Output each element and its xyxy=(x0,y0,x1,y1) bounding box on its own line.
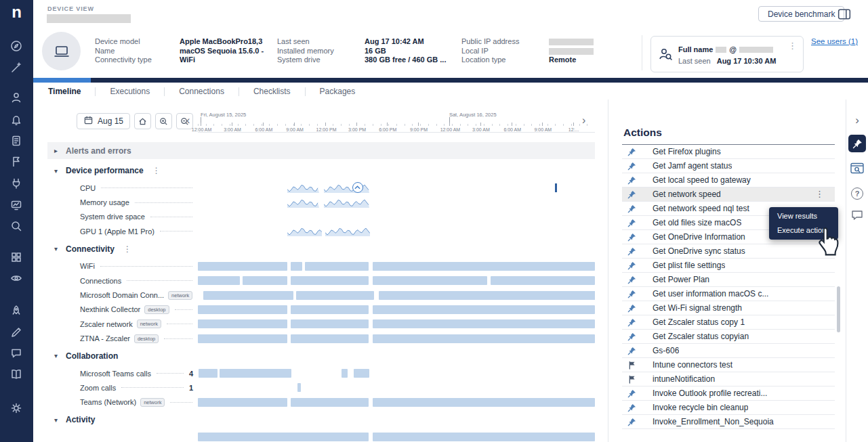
actions-scrollbar-thumb[interactable] xyxy=(837,286,840,332)
row-badge: desktop xyxy=(144,305,169,314)
zoom-in-button[interactable] xyxy=(155,113,172,129)
chevron-right-icon[interactable]: ▸ xyxy=(54,147,66,154)
section-title: Activity xyxy=(66,415,95,424)
timeline-chart xyxy=(198,334,595,344)
content-pen-icon[interactable] xyxy=(9,326,23,339)
tick-mark xyxy=(356,123,357,126)
section-menu-icon[interactable]: ⋮ xyxy=(123,244,131,254)
action-label: Gs-606 xyxy=(653,346,679,355)
cursor-hand-icon xyxy=(815,225,844,261)
chevron-down-icon[interactable]: ▾ xyxy=(54,167,66,175)
timeline-row-label: Connections xyxy=(80,277,121,285)
remote-action-pin-icon xyxy=(627,332,636,341)
integrations-plug-icon[interactable] xyxy=(9,177,23,190)
action-item[interactable]: Get Zscaler status copyian xyxy=(622,330,835,344)
context-menu-item-view-results[interactable]: View results xyxy=(769,209,838,223)
tab-checklists[interactable]: Checklists xyxy=(239,87,305,96)
panel-collapse-icon[interactable]: › xyxy=(855,114,859,126)
home-button[interactable] xyxy=(134,113,151,129)
remote-actions-tool-icon[interactable] xyxy=(848,135,866,152)
action-item[interactable]: Intune connectors test xyxy=(622,358,835,372)
milestones-flag-icon[interactable] xyxy=(9,155,23,169)
tab-packages[interactable]: Packages xyxy=(305,87,370,96)
action-item[interactable]: Get network speed⋮ xyxy=(622,187,835,202)
action-label: intuneNotification xyxy=(653,374,715,384)
action-item[interactable]: Get plist file settings xyxy=(622,259,835,273)
activity-bar-segment xyxy=(199,369,218,378)
actions-wand-icon[interactable] xyxy=(9,61,23,74)
support-chat-icon[interactable] xyxy=(9,347,23,360)
tick-label: 3:00 PM xyxy=(348,127,366,132)
chevron-down-icon[interactable]: ▾ xyxy=(54,245,66,252)
action-item[interactable]: Get Power Plan xyxy=(622,273,835,287)
action-item[interactable]: Get Jamf agent status xyxy=(622,159,835,173)
library-book-icon[interactable] xyxy=(9,368,23,381)
timeline-row: GPU 1 (Apple M1 Pro) xyxy=(47,224,595,238)
chevron-down-icon[interactable]: ▾ xyxy=(54,352,66,359)
panel-toggle-icon[interactable] xyxy=(838,7,851,21)
section-performance-header[interactable]: ▾Device performance⋮ xyxy=(47,160,595,181)
timeline-row-label: Teams (Network) xyxy=(80,398,136,406)
action-item[interactable]: Invoke Outlook profile recreati... xyxy=(622,386,835,401)
action-item[interactable]: Get user information macOS c... xyxy=(622,287,835,301)
action-item[interactable]: Get OneDrive sync status xyxy=(622,244,835,259)
device-view-tool-icon[interactable] xyxy=(850,161,865,179)
action-menu-icon[interactable]: ⋮ xyxy=(815,189,824,199)
section-connectivity-header[interactable]: ▾Connectivity⋮ xyxy=(47,239,595,259)
date-picker-button[interactable]: Aug 15 xyxy=(77,113,130,129)
remote-action-pin-icon xyxy=(627,247,636,256)
device-benchmark-button[interactable]: Device benchmark xyxy=(758,6,844,22)
feedback-chat-icon[interactable] xyxy=(850,208,864,225)
remote-action-pin-icon xyxy=(627,347,636,355)
action-item[interactable]: Get local speed to gateway xyxy=(622,173,835,187)
apps-grid-icon[interactable] xyxy=(9,250,23,264)
tab-connections[interactable]: Connections xyxy=(164,87,239,96)
action-item[interactable]: intuneNotification xyxy=(622,372,835,386)
timeline-row-label: WiFi xyxy=(80,262,95,270)
section-activity-header[interactable]: ▾Activity xyxy=(47,410,595,430)
visibility-eye-icon[interactable] xyxy=(9,271,23,285)
timeline-row: Memory usage xyxy=(47,195,595,209)
actions-panel-title: Actions xyxy=(623,127,662,139)
action-item[interactable]: Gs-606 xyxy=(622,344,835,358)
redacted-user-domain xyxy=(739,47,773,53)
section-collaboration-header[interactable]: ▾Collaboration xyxy=(47,346,595,366)
tab-executions[interactable]: Executions xyxy=(95,87,164,96)
campaigns-doc-icon[interactable] xyxy=(9,134,23,148)
remote-actions-rocket-icon[interactable] xyxy=(9,304,23,317)
tab-strip: TimelineExecutionsConnectionsChecklistsP… xyxy=(33,78,868,100)
action-item[interactable]: Get Wi-Fi signal strength xyxy=(622,301,835,315)
chevron-down-icon[interactable]: ▾ xyxy=(54,416,66,424)
alerts-bell-icon[interactable] xyxy=(9,112,23,126)
investigate-compass-icon[interactable] xyxy=(9,39,23,53)
timeline-row-label: System drive space xyxy=(80,213,145,221)
action-item[interactable]: Get Zscaler status copy 1 xyxy=(622,315,835,330)
persona-icon[interactable] xyxy=(9,91,23,104)
help-icon[interactable]: ? xyxy=(851,187,863,200)
section-menu-icon[interactable]: ⋮ xyxy=(152,166,161,175)
section-alerts-header[interactable]: ▸Alerts and errors xyxy=(47,142,595,159)
timeline-row-label: Microsoft Domain Conn... xyxy=(80,291,164,299)
timeline-chart xyxy=(198,397,595,407)
tick-label: 9:00 AM xyxy=(286,127,304,132)
settings-gear-icon[interactable] xyxy=(9,401,23,415)
event-marker-icon[interactable] xyxy=(352,182,363,193)
monitoring-chart-icon[interactable] xyxy=(9,198,23,212)
zoom-out-button[interactable] xyxy=(176,113,193,129)
search-magnifier-icon[interactable] xyxy=(9,219,23,233)
remote-action-pin-icon xyxy=(627,418,636,426)
tab-timeline[interactable]: Timeline xyxy=(48,87,95,96)
user-card[interactable]: Full name @ Last seen Aug 17 10:30 AM ⋮ xyxy=(650,36,804,72)
see-users-link[interactable]: See users (1) xyxy=(811,37,858,45)
action-item[interactable]: Get Firefox plugins xyxy=(622,145,835,159)
app-sidebar: n xyxy=(0,0,33,442)
action-item[interactable]: Invoke_Enrollment_Non_Sequoia xyxy=(622,415,835,429)
action-item[interactable]: Invoke recycle bin cleanup xyxy=(622,401,835,415)
activity-bar-segment xyxy=(198,334,287,343)
action-label: Get local speed to gateway xyxy=(653,175,751,185)
action-label: Intune connectors test xyxy=(653,360,732,370)
activity-bar-segment xyxy=(198,262,287,271)
timeline-chart xyxy=(198,183,595,193)
timeline-prev-icon[interactable]: ‹ xyxy=(186,115,190,126)
user-card-menu-icon[interactable]: ⋮ xyxy=(788,41,797,51)
